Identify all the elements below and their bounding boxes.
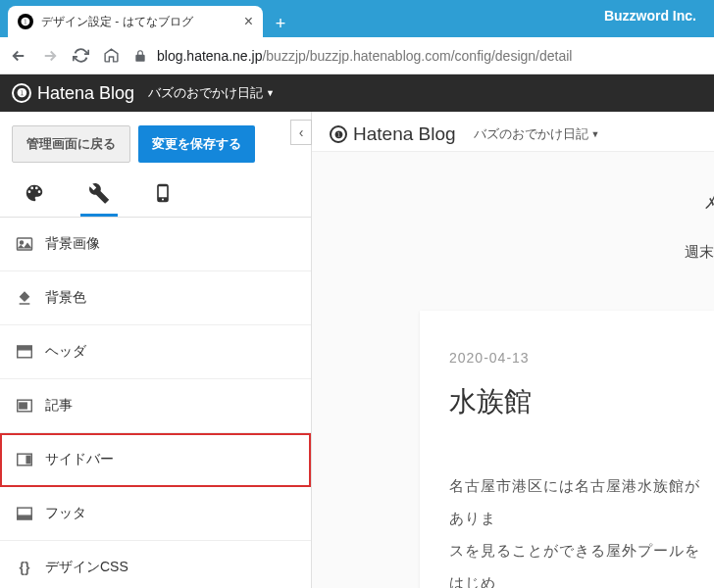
article-layout-icon xyxy=(16,399,33,413)
back-to-admin-button[interactable]: 管理画面に戻る xyxy=(12,125,130,163)
article-date[interactable]: 2020-04-13 xyxy=(449,350,714,366)
sidebar-layout-icon xyxy=(16,453,33,466)
browser-toolbar: blog.hatena.ne.jp/buzzjp/buzzjp.hatenabl… xyxy=(0,37,714,74)
svg-point-1 xyxy=(21,241,24,244)
hatena-logo-icon: ❶ xyxy=(330,125,347,143)
browser-titlebar: ❶ デザイン設定 - はてなブログ × + Buzzword Inc. xyxy=(0,0,714,37)
hatena-logo-text: Hatena Blog xyxy=(37,83,134,104)
design-tabs xyxy=(0,176,311,218)
content: 管理画面に戻る 変更を保存する 背景画像 xyxy=(0,112,714,588)
preview-article: 2020-04-13 水族館 名古屋市港区には名古屋港水族館がありま スを見るこ… xyxy=(420,311,714,588)
preview-teaser: ﾒ 週末 xyxy=(341,191,714,262)
tab-mobile[interactable] xyxy=(145,176,180,217)
url-bar[interactable]: blog.hatena.ne.jp/buzzjp/buzzjp.hatenabl… xyxy=(133,48,572,64)
chevron-down-icon: ▼ xyxy=(591,129,600,139)
svg-rect-5 xyxy=(20,403,26,409)
browser-tab[interactable]: ❶ デザイン設定 - はてなブログ × xyxy=(8,6,263,37)
hatena-logo[interactable]: ❶ Hatena Blog xyxy=(12,83,134,104)
preview-blog-selector[interactable]: バズのおでかけ日記 ▼ xyxy=(474,125,600,143)
menu-sidebar[interactable]: サイドバー xyxy=(0,433,311,487)
forward-icon[interactable] xyxy=(41,47,59,65)
preview-header: ❶ Hatena Blog バズのおでかけ日記 ▼ xyxy=(312,112,714,152)
menu-article[interactable]: 記事 xyxy=(0,379,311,433)
menu-design-css[interactable]: {} デザインCSS xyxy=(0,541,311,588)
tab-title: デザイン設定 - はてなブログ xyxy=(41,14,236,30)
svg-rect-9 xyxy=(18,515,32,519)
preview-pane: ‹ ❶ Hatena Blog バズのおでかけ日記 ▼ ﾒ 週末 2020-04… xyxy=(312,112,714,588)
hatena-logo-icon: ❶ xyxy=(12,83,31,103)
close-tab-icon[interactable]: × xyxy=(244,14,253,29)
paint-icon xyxy=(16,289,33,307)
menu-footer[interactable]: フッタ xyxy=(0,487,311,541)
svg-rect-7 xyxy=(26,456,30,463)
article-body: 名古屋市港区には名古屋港水族館がありま スを見ることができる屋外プールをはじめ xyxy=(449,469,714,588)
url-text: blog.hatena.ne.jp/buzzjp/buzzjp.hatenabl… xyxy=(157,48,572,64)
image-icon xyxy=(16,236,33,252)
save-button[interactable]: 変更を保存する xyxy=(138,125,255,163)
menu-header[interactable]: ヘッダ xyxy=(0,325,311,379)
home-icon[interactable] xyxy=(103,47,120,64)
blog-selector[interactable]: バズのおでかけ日記 ▼ xyxy=(148,84,275,102)
design-menu: 背景画像 背景色 ヘッダ 記事 xyxy=(0,218,311,588)
menu-background-color[interactable]: 背景色 xyxy=(0,271,311,325)
article-title[interactable]: 水族館 xyxy=(449,383,714,420)
tab-palette[interactable] xyxy=(16,176,53,217)
footer-layout-icon xyxy=(16,507,33,520)
preview-hatena-logo[interactable]: ❶ Hatena Blog xyxy=(330,123,456,145)
menu-background-image[interactable]: 背景画像 xyxy=(0,218,311,271)
preview-body: ﾒ 週末 2020-04-13 水族館 名古屋市港区には名古屋港水族館がありま … xyxy=(312,152,714,588)
lock-icon xyxy=(133,49,147,63)
chevron-down-icon: ▼ xyxy=(266,88,275,98)
hatena-header: ❶ Hatena Blog バズのおでかけ日記 ▼ xyxy=(0,74,714,112)
collapse-sidebar-button[interactable]: ‹ xyxy=(290,120,312,145)
hatena-favicon: ❶ xyxy=(18,14,33,29)
brand-label: Buzzword Inc. xyxy=(604,8,696,24)
code-icon: {} xyxy=(16,560,33,575)
header-layout-icon xyxy=(16,345,33,359)
reload-icon[interactable] xyxy=(73,47,89,64)
design-sidebar: 管理画面に戻る 変更を保存する 背景画像 xyxy=(0,112,312,588)
tab-customize[interactable] xyxy=(80,176,118,217)
chevron-left-icon: ‹ xyxy=(299,124,304,140)
svg-rect-3 xyxy=(18,346,32,350)
new-tab-button[interactable]: + xyxy=(267,10,294,37)
back-icon[interactable] xyxy=(10,47,27,65)
sidebar-actions: 管理画面に戻る 変更を保存する xyxy=(0,112,311,176)
